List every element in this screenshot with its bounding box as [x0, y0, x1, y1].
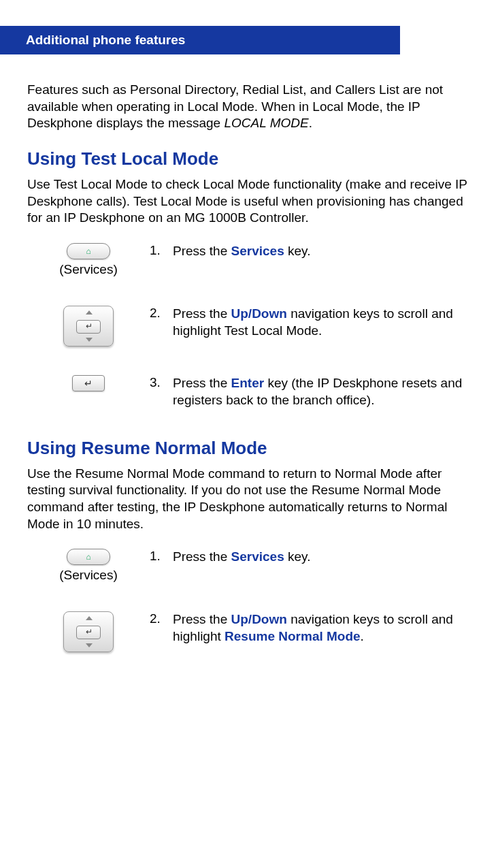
step-number: 2. [150, 306, 173, 321]
enter-term: Enter [231, 376, 265, 390]
intro-paragraph: Features such as Personal Directory, Red… [27, 82, 467, 132]
step-number: 3. [150, 375, 173, 390]
step-text: Press the Services key. [173, 243, 467, 260]
key-box: ⌂ (Services) [27, 549, 150, 583]
step-pre: Press the [173, 549, 231, 564]
step-number: 1. [150, 549, 173, 564]
key-box: ↵ [27, 306, 150, 347]
key-label: (Services) [59, 262, 118, 277]
header-band: Additional phone features [0, 26, 400, 54]
step-pre: Press the [173, 306, 231, 321]
step-row: ⌂ (Services) 1. Press the Services key. [27, 549, 467, 583]
step-row: ↵ 2. Press the Up/Down navigation keys t… [27, 306, 467, 347]
intro-text-c: . [309, 116, 312, 130]
key-box: ↵ [27, 375, 150, 391]
services-key-icon: ⌂ [67, 243, 110, 259]
step-pre: Press the [173, 612, 231, 626]
services-key-icon: ⌂ [67, 549, 110, 565]
step-text: Press the Up/Down navigation keys to scr… [173, 611, 467, 645]
step-row: ↵ 3. Press the Enter key (the IP Deskpho… [27, 375, 467, 408]
updown-term: Up/Down [231, 306, 287, 321]
resume-normal-term: Resume Normal Mode [225, 629, 361, 643]
content-area: Features such as Personal Directory, Red… [0, 54, 481, 652]
step-pre: Press the [173, 244, 231, 258]
updown-term: Up/Down [231, 612, 287, 626]
step-text: Press the Services key. [173, 549, 467, 566]
step-row: ⌂ (Services) 1. Press the Services key. [27, 243, 467, 277]
enter-key-icon: ↵ [72, 375, 105, 391]
heading-test-local-mode: Using Test Local Mode [27, 148, 467, 170]
key-label: (Services) [59, 568, 118, 583]
step-number: 2. [150, 611, 173, 626]
step-row: ↵ 2. Press the Up/Down navigation keys t… [27, 611, 467, 652]
local-mode-term: LOCAL MODE [224, 116, 308, 130]
test-local-intro: Use Test Local Mode to check Local Mode … [27, 176, 467, 227]
resume-normal-intro: Use the Resume Normal Mode command to re… [27, 466, 467, 533]
step-post: key. [284, 244, 311, 258]
step-text: Press the Enter key (the IP Deskphone re… [173, 375, 467, 408]
key-box: ↵ [27, 611, 150, 652]
services-term: Services [231, 549, 284, 564]
step-text: Press the Up/Down navigation keys to scr… [173, 306, 467, 339]
heading-resume-normal-mode: Using Resume Normal Mode [27, 438, 467, 459]
step-post: key. [284, 549, 311, 564]
nav-key-icon: ↵ [63, 306, 114, 347]
services-term: Services [231, 244, 284, 258]
key-box: ⌂ (Services) [27, 243, 150, 277]
step-pre: Press the [173, 376, 231, 390]
nav-key-icon: ↵ [63, 611, 114, 652]
step-post2: . [361, 629, 364, 643]
step-number: 1. [150, 243, 173, 258]
page: Additional phone features Features such … [0, 26, 481, 868]
